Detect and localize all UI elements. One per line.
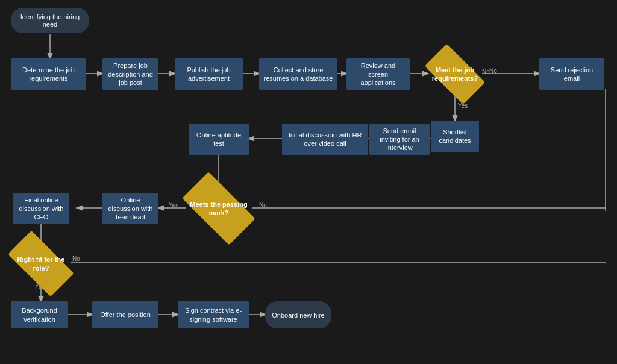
node-offer-position: Offer the position bbox=[92, 301, 158, 328]
no-label-d2: No bbox=[259, 202, 267, 209]
node-send-invite: Send email inviting for an interview bbox=[369, 124, 430, 155]
node-determine-requirements: Determine the job requirements bbox=[11, 58, 86, 90]
yes-label-d2: Yes bbox=[169, 202, 178, 209]
no-label-1: No bbox=[482, 68, 490, 75]
node-review-applications: Review and screen applications bbox=[346, 58, 410, 90]
node-prepare-description: Prepare job description and job post bbox=[102, 58, 158, 90]
node-hr-discussion: Initial discussion with HR over video ca… bbox=[282, 124, 368, 155]
start-node: Identifying the hiring need bbox=[11, 8, 89, 33]
node-send-rejection: Send rejection email bbox=[539, 58, 604, 90]
no-label-d3: No bbox=[72, 256, 80, 262]
node-background-verification: Backgorund verification bbox=[11, 301, 68, 328]
node-sign-contract: Sign contract via e-signing software bbox=[178, 301, 249, 328]
diamond-meet-requirements: Meet the job requirements? bbox=[428, 58, 482, 90]
node-collect-resumes: Collect and store resumes on a database bbox=[259, 58, 337, 90]
node-shortlist-candidates: Shortlist candidates bbox=[431, 121, 479, 152]
node-onboard: Onboard new hire bbox=[265, 301, 331, 328]
no-label-d1: No bbox=[489, 67, 497, 74]
diamond-right-fit: Right fit for the role? bbox=[11, 247, 71, 280]
node-aptitude-test: Online aptitude test bbox=[189, 124, 249, 155]
diamond-passing-mark: Meets the passing mark? bbox=[186, 190, 252, 227]
node-ceo-discussion: Final online discussion with CEO bbox=[13, 193, 69, 224]
flowchart: No No Yes Yes No Yes No Identifying the … bbox=[0, 0, 617, 364]
node-publish-job: Publish the job advertisement bbox=[175, 58, 243, 90]
node-team-lead-discussion: Online discussion with team lead bbox=[102, 193, 158, 224]
